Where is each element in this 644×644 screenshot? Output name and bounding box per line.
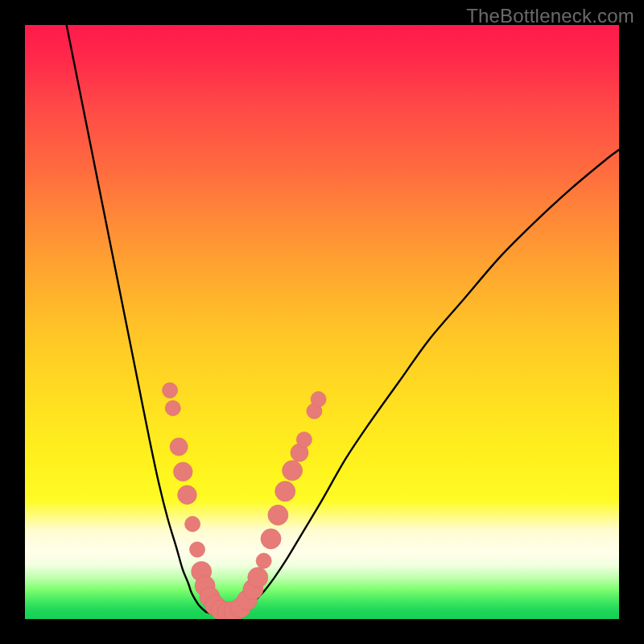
marker-dot (311, 391, 326, 407)
data-markers (162, 382, 326, 619)
marker-dot (185, 516, 200, 531)
marker-dot (296, 432, 312, 448)
bottleneck-curve (67, 25, 619, 614)
marker-dot (170, 438, 188, 456)
marker-dot (178, 485, 197, 505)
watermark-text: TheBottleneck.com (466, 5, 634, 27)
marker-dot (189, 542, 204, 557)
marker-dot (275, 481, 295, 502)
marker-dot (268, 505, 288, 525)
marker-dot (248, 568, 268, 588)
chart-svg (25, 25, 619, 619)
marker-dot (165, 400, 180, 415)
marker-dot (283, 460, 303, 481)
marker-dot (261, 529, 281, 549)
marker-dot (162, 382, 177, 398)
chart-plot-area (25, 25, 619, 619)
curve-path (67, 25, 619, 614)
marker-dot (174, 462, 193, 481)
marker-dot (256, 553, 271, 568)
